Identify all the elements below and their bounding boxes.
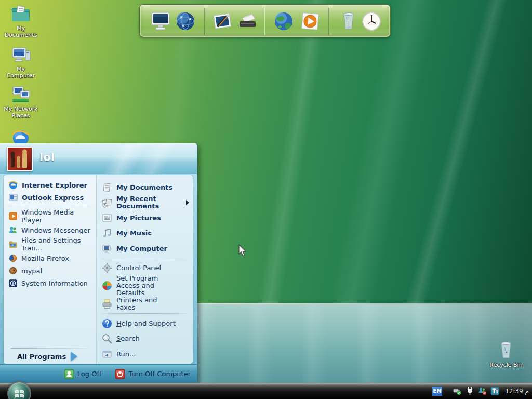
start-menu-left-column: Internet Explorer Outlook Express Window… — [4, 175, 96, 364]
my-computer-icon — [101, 243, 113, 255]
user-avatar[interactable] — [7, 147, 33, 171]
desktop-icon-recycle-bin[interactable]: Recycle Bin — [487, 341, 525, 368]
item-label: Set Program Access and Defaults — [116, 275, 178, 297]
separator — [102, 313, 188, 314]
separator — [102, 259, 188, 259]
item-label: Search — [116, 335, 140, 342]
item-label: Outlook Express — [22, 194, 84, 202]
start-menu-right-column: My Documents My Recent Documents My Pict… — [96, 175, 193, 364]
trash-icon — [337, 10, 360, 33]
start-menu-item-my-documents[interactable]: My Documents — [97, 180, 193, 195]
dock-item-media-player[interactable] — [299, 10, 322, 33]
network-globe-icon — [174, 10, 197, 33]
desktop-icon-my-documents[interactable]: My Documents — [2, 4, 39, 38]
submenu-arrow-icon — [186, 200, 189, 205]
media-player-icon — [299, 10, 322, 33]
all-programs-arrow-icon — [71, 352, 77, 361]
item-label: My Documents — [116, 184, 172, 191]
windows-media-player-icon — [8, 211, 18, 221]
language-indicator[interactable]: EN — [432, 387, 442, 396]
log-off-button[interactable]: Log Off — [64, 369, 102, 379]
desktop-icon-my-network-places[interactable]: My Network Places — [2, 85, 39, 119]
user-name: lol — [39, 151, 55, 164]
dock-item-internet-globe[interactable] — [272, 10, 295, 33]
start-menu-footer: Log Off Turn Off Computer — [0, 364, 197, 383]
start-menu-item-mypal[interactable]: mypal — [4, 264, 96, 277]
text-services-icon[interactable] — [490, 387, 499, 395]
dock-item-clock[interactable] — [360, 10, 383, 33]
monitor-icon — [149, 10, 172, 33]
start-menu-item-control-panel[interactable]: Control Panel — [97, 261, 193, 275]
desktop-icon-my-computer[interactable]: My Computer — [2, 45, 39, 79]
messenger-offline-icon[interactable] — [478, 387, 487, 395]
avatar-chess-image — [8, 148, 32, 170]
start-menu-item-outlook-express[interactable]: Outlook Express — [4, 191, 96, 204]
all-programs-button[interactable]: All Programs — [4, 352, 96, 361]
separator — [9, 206, 91, 206]
run-icon — [101, 349, 113, 360]
desktop: My Documents My Computer My Network Plac… — [0, 0, 532, 399]
system-tray: EN — [432, 383, 529, 399]
turn-off-computer-button[interactable]: Turn Off Computer — [115, 369, 191, 379]
safely-remove-hardware-icon[interactable] — [453, 387, 462, 395]
start-button[interactable] — [7, 381, 31, 399]
desktop-icon-label: My Documents — [2, 25, 39, 38]
my-computer-icon — [10, 45, 31, 64]
dock-item-my-computer[interactable] — [149, 10, 172, 33]
start-menu-item-printers-and-faxes[interactable]: Printers and Faxes — [97, 297, 193, 311]
item-label: Help and Support — [116, 320, 176, 327]
start-menu-item-my-music[interactable]: My Music — [97, 225, 193, 241]
all-programs-label: All Programs — [17, 353, 66, 361]
start-menu: lol Internet Explorer Outlook Express — [0, 143, 197, 383]
dock-divider — [205, 8, 205, 35]
all-programs: All Programs — [4, 348, 96, 361]
dock-item-network[interactable] — [174, 10, 197, 33]
item-label: System Information — [21, 280, 88, 287]
windows-messenger-icon — [8, 225, 18, 235]
start-menu-item-my-pictures[interactable]: My Pictures — [97, 210, 193, 225]
my-music-icon — [101, 228, 113, 239]
desktop-icon-label: Recycle Bin — [487, 362, 525, 368]
earth-icon — [272, 10, 295, 33]
start-menu-item-my-recent-documents[interactable]: My Recent Documents — [97, 195, 193, 210]
item-label: Internet Explorer — [22, 181, 87, 189]
start-menu-item-help-and-support[interactable]: Help and Support — [97, 316, 193, 331]
item-label: Mozilla Firefox — [21, 255, 69, 262]
my-network-places-icon — [10, 85, 31, 104]
dock-item-recycle-bin[interactable] — [337, 10, 360, 33]
power-icon — [115, 369, 125, 379]
power-plug-icon[interactable] — [466, 387, 474, 395]
dock-item-printer-fax[interactable] — [236, 10, 259, 33]
turn-off-label: Turn Off Computer — [128, 370, 191, 378]
taskbar-clock[interactable]: 12:39 م — [505, 388, 529, 395]
printer-icon — [236, 10, 259, 33]
start-menu-item-search[interactable]: Search — [97, 331, 193, 347]
start-menu-item-files-settings-transfer[interactable]: Files and Settings Tran... — [4, 236, 96, 252]
light-ray — [251, 0, 334, 342]
start-menu-item-windows-media-player[interactable]: Windows Media Player — [4, 208, 96, 224]
internet-explorer-icon — [8, 180, 18, 190]
windows-flag-icon — [8, 382, 30, 399]
item-label: My Pictures — [116, 215, 161, 222]
desktop-icon-label: My Network Places — [2, 105, 39, 119]
separator — [11, 348, 89, 349]
item-label: Run... — [116, 351, 136, 358]
item-label: mypal — [21, 267, 42, 275]
start-menu-item-windows-messenger[interactable]: Windows Messenger — [4, 224, 96, 236]
start-menu-item-set-program-access[interactable]: Set Program Access and Defaults — [97, 275, 193, 297]
search-icon — [101, 333, 113, 344]
start-menu-item-mozilla-firefox[interactable]: Mozilla Firefox — [4, 252, 96, 264]
files-transfer-wizard-icon — [8, 240, 18, 249]
mypal-icon — [8, 266, 18, 275]
dock-item-image-editor[interactable] — [211, 10, 234, 33]
taskbar: EN — [0, 383, 532, 399]
desktop-icon-label: My Computer — [2, 65, 39, 79]
start-menu-item-my-computer[interactable]: My Computer — [97, 241, 193, 257]
start-menu-item-system-information[interactable]: System Information — [4, 277, 96, 289]
start-menu-item-run[interactable]: Run... — [97, 347, 193, 362]
dock — [139, 4, 391, 37]
start-menu-item-internet-explorer[interactable]: Internet Explorer — [4, 179, 96, 191]
my-documents-icon — [101, 182, 113, 193]
dock-divider — [329, 8, 329, 35]
image-editor-icon — [211, 10, 234, 33]
